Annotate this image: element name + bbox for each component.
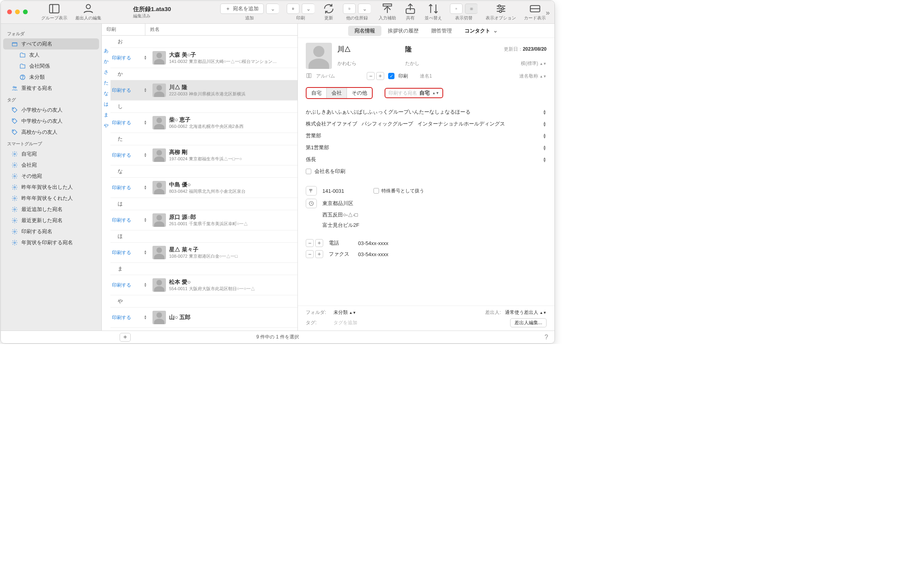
add-addressee-button[interactable]: ＋宛名を追加 <box>220 4 264 14</box>
addr-line1[interactable]: 東京都品川区 <box>322 200 353 207</box>
sender-edit-icon[interactable] <box>82 4 95 14</box>
tab-history[interactable]: 挨拶状の履歴 <box>381 26 425 36</box>
maximize-window[interactable] <box>23 10 28 14</box>
add-row-button[interactable]: ＋ <box>120 333 131 342</box>
close-window[interactable] <box>7 10 12 14</box>
sort-handle[interactable]: ▲▼ <box>141 218 149 222</box>
sort-handle[interactable]: ▲▼ <box>141 315 149 320</box>
dept1[interactable]: 営業部 <box>306 132 543 139</box>
print-toggle[interactable]: 印刷する <box>110 184 141 191</box>
share-icon[interactable] <box>404 4 417 14</box>
joint-name[interactable]: 連名1 <box>420 73 432 80</box>
plus-button[interactable]: ＋ <box>315 239 323 247</box>
company-name[interactable]: 株式会社アイファイブ パシフィックグループ インターナショナルホールディングス <box>306 120 543 127</box>
print-toggle[interactable]: 印刷する <box>110 249 141 256</box>
list-row[interactable]: 印刷する ▲▼ 星△ 菜々子108-0072 東京都港区白金○一△一□ <box>110 243 297 263</box>
list-row[interactable]: 印刷する ▲▼ 柴○ 恵子060-0062 北海道札幌市中央区南2条西 <box>110 113 297 133</box>
sidebar-smart-3[interactable]: その他宛 <box>3 171 99 182</box>
print-icon[interactable] <box>287 4 299 14</box>
given-name[interactable]: 隆 <box>405 45 467 54</box>
addr-line2[interactable]: 西五反田○-△-□ <box>322 211 358 219</box>
surname[interactable]: 川△ <box>337 45 399 54</box>
dept2[interactable]: 第1営業部 <box>306 144 543 151</box>
print-checkbox[interactable]: ✓ <box>388 73 394 79</box>
stepper-icon[interactable]: ▲▼ <box>543 121 547 127</box>
list-row[interactable]: 印刷する ▲▼ 川△ 隆222-0033 神奈川県横浜市港北区新横浜 <box>110 80 297 101</box>
sort-handle[interactable]: ▲▼ <box>141 88 149 93</box>
stepper-icon[interactable]: ▲▼ <box>543 109 547 115</box>
print-toggle[interactable]: 印刷する <box>110 282 141 289</box>
stepper-icon[interactable]: ▲▼ <box>543 133 547 139</box>
view-list-icon[interactable] <box>450 4 463 14</box>
tab-gift[interactable]: 贈答管理 <box>425 26 458 36</box>
minus-button[interactable]: − <box>306 250 314 258</box>
sidebar-smart-5[interactable]: 昨年年賀状をくれた人 <box>3 193 99 204</box>
phone-value[interactable]: 03-54xx-xxxx <box>358 240 389 246</box>
view-options-icon[interactable] <box>495 4 507 14</box>
checkbox-empty[interactable] <box>306 169 311 174</box>
seg-home[interactable]: 自宅 <box>307 88 327 98</box>
clock-icon[interactable] <box>306 199 317 208</box>
sidebar-smart-9[interactable]: 年賀状を印刷する宛名 <box>3 237 99 248</box>
joint-title-select[interactable]: 連名敬称 ▲▼ <box>519 73 547 80</box>
sort-handle[interactable]: ▲▼ <box>141 153 149 158</box>
sidebar-item-all[interactable]: すべての宛名 <box>3 38 99 49</box>
print-toggle[interactable]: 印刷する <box>110 217 141 224</box>
company-kana[interactable]: かぶしきあいふぁいぶぱしふぃっくグループいんたーなしょなるほーる <box>306 108 543 116</box>
print-toggle[interactable]: 印刷する <box>110 314 141 321</box>
list-row[interactable]: 印刷する ▲▼ 松本 愛○554-0011 大阪府大阪市此花区朝日○一○一△ <box>110 275 297 295</box>
group-view-icon[interactable] <box>48 4 61 14</box>
help-icon[interactable]: ? <box>545 334 548 341</box>
sidebar-tag-1[interactable]: 小学校からの友人 <box>3 105 99 116</box>
sidebar-smart-1[interactable]: 自宅宛 <box>3 148 99 160</box>
sender-value[interactable]: 通常使う差出人 ▲▼ <box>505 309 547 316</box>
album-label[interactable]: アルバム <box>316 73 335 80</box>
print-destination-select[interactable]: 印刷する宛名 自宅 ▲▼ <box>385 88 443 98</box>
list-row[interactable]: 印刷する ▲▼ 高柳 剛197-0024 東京都福生市牛浜△一□一○ <box>110 145 297 165</box>
list-row[interactable]: 印刷する ▲▼ 大森 美○子141-0032 東京都品川区大崎○一△一□桜台マン… <box>110 48 297 68</box>
list-row[interactable]: 印刷する ▲▼ 原口 源○郎261-0001 千葉県千葉市美浜区幸町○一△ <box>110 210 297 230</box>
tag-input[interactable]: タグを追加 <box>333 319 357 326</box>
orientation-select[interactable]: 横(標準) ▲▼ <box>473 60 547 67</box>
sort-icon[interactable] <box>427 4 440 14</box>
sort-handle[interactable]: ▲▼ <box>141 120 149 125</box>
overflow-icon[interactable]: » <box>546 9 550 17</box>
seg-other[interactable]: その他 <box>347 88 372 98</box>
minus-button[interactable]: − <box>367 72 375 80</box>
sidebar-smart-7[interactable]: 最近更新した宛名 <box>3 215 99 226</box>
list-row[interactable]: 印刷する ▲▼ 山○ 五郎 <box>110 308 297 328</box>
plus-button[interactable]: ＋ <box>315 250 323 258</box>
minimize-window[interactable] <box>15 10 20 14</box>
print-toggle[interactable]: 印刷する <box>110 87 141 94</box>
card-view-icon[interactable] <box>529 4 541 14</box>
plus-button[interactable]: ＋ <box>376 72 384 80</box>
sort-handle[interactable]: ▲▼ <box>141 55 149 60</box>
print-toggle[interactable]: 印刷する <box>110 55 141 61</box>
input-assist-icon[interactable] <box>381 4 394 14</box>
seg-office[interactable]: 会社 <box>327 88 347 98</box>
sort-handle[interactable]: ▲▼ <box>141 185 149 190</box>
sidebar-item-duplicates[interactable]: 重複する宛名 <box>3 83 99 94</box>
add-dropdown[interactable]: ⌄ <box>266 4 279 14</box>
stepper-icon[interactable]: ▲▼ <box>543 157 547 162</box>
sidebar-item-company[interactable]: 会社関係 <box>3 61 99 72</box>
sidebar-tag-3[interactable]: 高校からの友人 <box>3 127 99 138</box>
list-col-name[interactable]: 姓名 <box>145 26 160 33</box>
sort-handle[interactable]: ▲▼ <box>141 283 149 287</box>
stepper-icon[interactable]: ▲▼ <box>543 145 547 150</box>
addr-line3[interactable]: 富士見台ビル2F <box>322 222 359 229</box>
fax-value[interactable]: 03-54xx-xxxx <box>358 251 389 257</box>
contact-avatar[interactable] <box>306 43 332 69</box>
other-books-icon[interactable] <box>343 4 356 14</box>
zip[interactable]: 141-0031 <box>322 188 344 194</box>
sidebar-tag-2[interactable]: 中学校からの友人 <box>3 116 99 127</box>
edit-sender-button[interactable]: 差出人編集... <box>510 318 547 327</box>
view-column-icon[interactable] <box>465 4 478 14</box>
given-kana[interactable]: たかし <box>405 60 467 67</box>
refresh-icon[interactable] <box>322 4 335 14</box>
minus-button[interactable]: − <box>306 239 314 247</box>
list-col-print[interactable]: 印刷 <box>102 24 145 35</box>
sidebar-item-unclassified[interactable]: 未分類 <box>3 72 99 83</box>
sort-handle[interactable]: ▲▼ <box>141 250 149 255</box>
print-toggle[interactable]: 印刷する <box>110 120 141 126</box>
